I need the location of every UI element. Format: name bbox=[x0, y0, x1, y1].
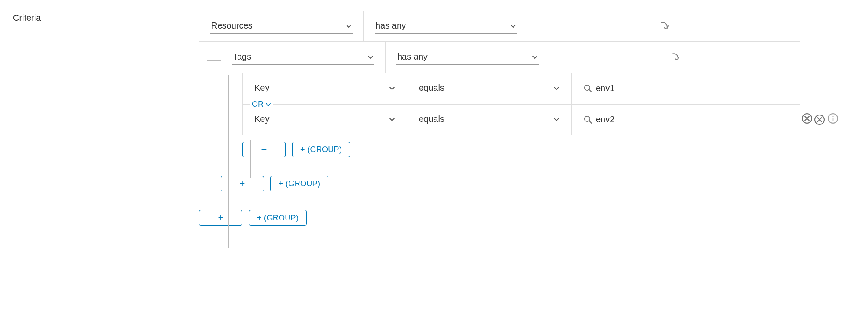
chevron-down-icon bbox=[346, 23, 352, 29]
attribute-select[interactable]: Tags bbox=[232, 50, 374, 65]
operator-select[interactable]: has any bbox=[375, 19, 517, 34]
value-text: env2 bbox=[596, 115, 614, 124]
add-condition-button[interactable]: + bbox=[199, 210, 242, 226]
attribute-select[interactable]: Key bbox=[254, 112, 396, 127]
drilldown-arrow-icon[interactable] bbox=[669, 51, 682, 64]
value-search-input[interactable]: env1 bbox=[582, 82, 789, 96]
add-group-button[interactable]: + (GROUP) bbox=[292, 142, 350, 157]
add-group-button[interactable]: + (GROUP) bbox=[270, 176, 328, 191]
chevron-down-icon bbox=[265, 101, 271, 107]
delete-row-icon[interactable] bbox=[800, 112, 813, 125]
chevron-down-icon bbox=[532, 54, 538, 60]
svg-point-5 bbox=[585, 116, 590, 121]
svg-rect-3 bbox=[833, 118, 834, 121]
logic-operator-toggle[interactable]: OR bbox=[250, 100, 273, 109]
chevron-down-icon bbox=[510, 23, 516, 29]
operator-value: has any bbox=[376, 21, 406, 31]
chevron-down-icon bbox=[389, 116, 395, 122]
operator-select[interactable]: has any bbox=[396, 50, 539, 65]
svg-point-4 bbox=[585, 85, 590, 90]
attribute-value: Key bbox=[254, 114, 269, 124]
criteria-row: Key equals bbox=[242, 73, 800, 104]
attribute-value: Resources bbox=[211, 21, 253, 31]
chevron-down-icon bbox=[389, 85, 395, 91]
operator-value: equals bbox=[419, 114, 444, 124]
logic-operator-label: OR bbox=[252, 100, 264, 109]
attribute-select[interactable]: Resources bbox=[210, 19, 353, 34]
add-condition-button[interactable]: + bbox=[221, 176, 264, 191]
criteria-row: Key equals bbox=[242, 104, 800, 135]
chevron-down-icon bbox=[367, 54, 373, 60]
attribute-select[interactable]: Key bbox=[254, 81, 396, 96]
info-icon[interactable] bbox=[826, 112, 839, 125]
operator-select[interactable]: equals bbox=[418, 81, 560, 96]
attribute-value: Key bbox=[254, 83, 269, 93]
operator-select[interactable]: equals bbox=[418, 112, 560, 127]
value-text: env1 bbox=[596, 83, 614, 93]
operator-value: has any bbox=[397, 52, 428, 62]
chevron-down-icon bbox=[553, 116, 559, 122]
svg-point-2 bbox=[832, 115, 833, 117]
search-icon bbox=[583, 115, 592, 124]
add-group-button[interactable]: + (GROUP) bbox=[249, 210, 307, 226]
drilldown-arrow-icon[interactable] bbox=[658, 20, 671, 33]
value-search-input[interactable]: env2 bbox=[582, 113, 789, 127]
criteria-row: Tags has any bbox=[221, 42, 800, 73]
attribute-value: Tags bbox=[233, 52, 251, 62]
delete-row-icon[interactable] bbox=[813, 113, 826, 126]
section-label: Criteria bbox=[13, 11, 164, 226]
search-icon bbox=[583, 84, 592, 93]
chevron-down-icon bbox=[553, 85, 559, 91]
operator-value: equals bbox=[419, 83, 444, 93]
add-condition-button[interactable]: + bbox=[242, 142, 286, 157]
criteria-row: Resources has any bbox=[199, 11, 800, 42]
